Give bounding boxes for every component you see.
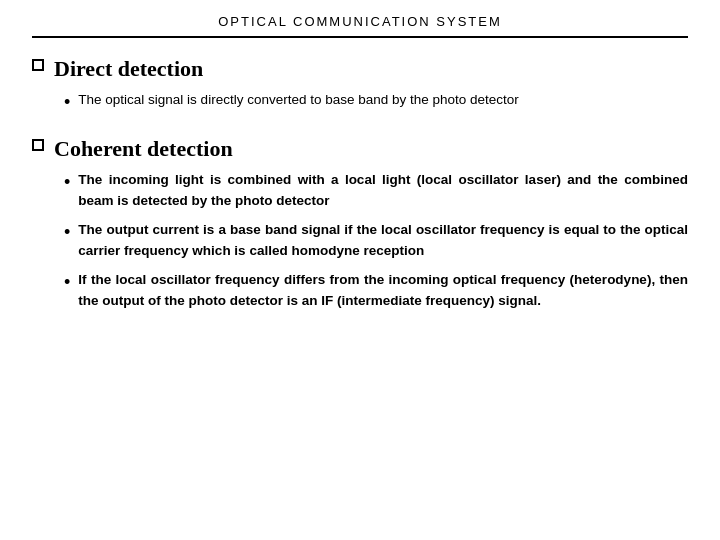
section-title-direct: Direct detection xyxy=(54,56,203,82)
bullet-text-coherent-1: The incoming light is combined with a lo… xyxy=(78,170,688,212)
section-heading-coherent: Coherent detection xyxy=(32,136,688,162)
list-item: • The optical signal is directly convert… xyxy=(64,90,688,114)
section-heading-direct: Direct detection xyxy=(32,56,688,82)
bullet-square-icon xyxy=(32,59,44,71)
page-title: OPTICAL COMMUNICATION SYSTEM xyxy=(218,14,502,29)
section-coherent-detection: Coherent detection • The incoming light … xyxy=(32,136,688,320)
bullet-square-icon-2 xyxy=(32,139,44,151)
bullet-text-coherent-2: The output current is a base band signal… xyxy=(78,220,688,262)
page-header: OPTICAL COMMUNICATION SYSTEM xyxy=(32,0,688,38)
bullet-text-direct-1: The optical signal is directly converted… xyxy=(78,90,688,111)
bullet-text-coherent-3: If the local oscillator frequency differ… xyxy=(78,270,688,312)
section-direct-detection: Direct detection • The optical signal is… xyxy=(32,56,688,122)
bullet-points-direct: • The optical signal is directly convert… xyxy=(54,90,688,114)
bullet-dot-icon-c3: • xyxy=(64,270,70,294)
list-item: • The output current is a base band sign… xyxy=(64,220,688,262)
bullet-dot-icon-c2: • xyxy=(64,220,70,244)
list-item: • If the local oscillator frequency diff… xyxy=(64,270,688,312)
section-title-coherent: Coherent detection xyxy=(54,136,233,162)
list-item: • The incoming light is combined with a … xyxy=(64,170,688,212)
bullet-points-coherent: • The incoming light is combined with a … xyxy=(54,170,688,312)
bullet-dot-icon: • xyxy=(64,90,70,114)
bullet-dot-icon-c1: • xyxy=(64,170,70,194)
page: OPTICAL COMMUNICATION SYSTEM Direct dete… xyxy=(0,0,720,540)
